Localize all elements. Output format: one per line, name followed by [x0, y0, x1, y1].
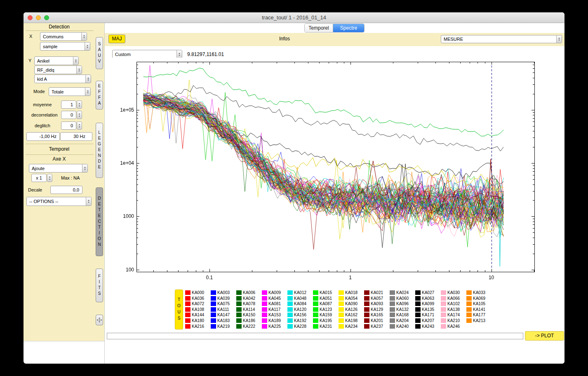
legend-item[interactable]: KA243: [415, 324, 434, 329]
ajoute-select[interactable]: Ajoute: [29, 164, 88, 173]
legend-item[interactable]: KA132: [390, 307, 409, 312]
legend-item[interactable]: KA141: [466, 307, 485, 312]
legend-item[interactable]: KA126: [339, 307, 358, 312]
legend-item[interactable]: KA120: [287, 307, 306, 312]
maj-button[interactable]: MAJ: [108, 35, 125, 43]
legend-item[interactable]: KA018: [339, 290, 358, 295]
legend-item[interactable]: KA060: [390, 296, 409, 301]
legend-item[interactable]: KA075: [211, 301, 230, 306]
legend-item[interactable]: KA048: [287, 296, 306, 301]
legend-item[interactable]: KA153: [262, 312, 281, 318]
deglitch-stepper[interactable]: [77, 121, 82, 130]
legend-item[interactable]: KA207: [415, 318, 434, 323]
legend-item[interactable]: KA021: [364, 290, 383, 295]
legend-item[interactable]: KA087: [313, 301, 332, 306]
legend-item[interactable]: KA204: [390, 318, 409, 323]
legend-item[interactable]: KA159: [313, 312, 332, 318]
tab-temporel[interactable]: Temporel: [305, 24, 333, 32]
legend-item[interactable]: KA009: [262, 290, 281, 295]
y-axis-select[interactable]: Anikel: [34, 56, 79, 65]
tab-sauv[interactable]: SAUV: [96, 37, 103, 69]
deglitch-field[interactable]: 0: [61, 121, 76, 130]
legend-item[interactable]: KA222: [236, 324, 255, 329]
legend-item[interactable]: KA102: [441, 301, 460, 306]
legend-item[interactable]: KA093: [364, 301, 383, 306]
combo-stepper-icon[interactable]: [85, 42, 90, 50]
legend-item[interactable]: KA216: [185, 324, 204, 329]
combo-stepper-icon[interactable]: [73, 57, 78, 65]
tab-legende[interactable]: LEGENDE: [96, 123, 103, 178]
legend-item[interactable]: KA219: [211, 324, 230, 329]
legend-item[interactable]: KA069: [466, 296, 485, 301]
combo-stepper-icon[interactable]: [86, 197, 91, 206]
legend-item[interactable]: KA078: [236, 301, 255, 306]
legend-item[interactable]: KA108: [185, 307, 204, 312]
legend-item[interactable]: KA081: [262, 301, 281, 306]
kid-select[interactable]: kid A: [34, 75, 91, 83]
combo-stepper-icon[interactable]: [85, 88, 90, 96]
moyenne-stepper[interactable]: [77, 100, 82, 109]
options-select[interactable]: -- OPTIONS --: [26, 197, 92, 206]
legend-item[interactable]: KA147: [211, 312, 230, 318]
legend-item[interactable]: KA000: [185, 290, 204, 295]
legend-item[interactable]: KA045: [262, 296, 281, 301]
spectrum-plot[interactable]: [112, 58, 541, 286]
legend-item[interactable]: KA171: [415, 312, 434, 318]
legend-item[interactable]: KA225: [262, 324, 281, 329]
legend-item[interactable]: KA051: [313, 296, 332, 301]
legend-item[interactable]: KA150: [236, 312, 255, 318]
freq-min-field[interactable]: -1,00 Hz: [26, 132, 60, 141]
legend-item[interactable]: KA228: [287, 324, 306, 329]
legend-item[interactable]: KA234: [339, 324, 358, 329]
legend-item[interactable]: KA168: [390, 312, 409, 318]
legend-item[interactable]: KA063: [415, 296, 434, 301]
legend-item[interactable]: KA123: [313, 307, 332, 312]
legend-item[interactable]: KA072: [185, 301, 204, 306]
tab-detection[interactable]: DETECTION: [96, 187, 103, 256]
legend-item[interactable]: KA129: [364, 307, 383, 312]
legend-item[interactable]: KA231: [313, 324, 332, 329]
combo-stepper-icon[interactable]: [82, 164, 87, 172]
decorrelation-field[interactable]: 0: [61, 111, 76, 119]
legend-item[interactable]: KA165: [364, 312, 383, 318]
x-factor-field[interactable]: x 1: [31, 174, 47, 182]
legend-item[interactable]: KA012: [287, 290, 306, 295]
legend-item[interactable]: KA057: [364, 296, 383, 301]
x-factor-stepper[interactable]: [47, 174, 52, 182]
mesure-select[interactable]: MESURE: [441, 35, 562, 43]
freq-max-field[interactable]: 30 Hz: [60, 132, 92, 141]
tab-effa[interactable]: EFFA: [96, 81, 103, 110]
combo-stepper-icon[interactable]: [556, 35, 562, 43]
legend-item[interactable]: KA246: [441, 324, 460, 329]
combo-stepper-icon[interactable]: [176, 50, 182, 58]
legend-item[interactable]: KA192: [287, 318, 306, 323]
legend-item[interactable]: KA039: [211, 296, 230, 301]
legend-item[interactable]: KA054: [339, 296, 358, 301]
plot-button[interactable]: -> PLOT: [525, 331, 564, 341]
legend-item[interactable]: KA201: [364, 318, 383, 323]
legend-item[interactable]: KA084: [287, 301, 306, 306]
legend-item[interactable]: KA183: [211, 318, 230, 323]
legend-item[interactable]: KA096: [390, 301, 409, 306]
legend-item[interactable]: KA237: [364, 324, 383, 329]
legend-item[interactable]: KA036: [185, 296, 204, 301]
command-input[interactable]: [107, 333, 523, 339]
decorrelation-stepper[interactable]: [77, 111, 82, 119]
legend-item[interactable]: KA186: [236, 318, 255, 323]
legend-item[interactable]: KA195: [313, 318, 332, 323]
legend-item[interactable]: KA144: [185, 312, 204, 318]
tab-spectre[interactable]: Spectre: [333, 24, 364, 32]
legend-item[interactable]: KA105: [466, 301, 485, 306]
compass-button[interactable]: [96, 315, 103, 325]
custom-select[interactable]: Custom: [112, 50, 182, 58]
legend-item[interactable]: KA240: [390, 324, 409, 329]
legend-item[interactable]: KA138: [441, 307, 460, 312]
legend-item[interactable]: KA090: [339, 301, 358, 306]
legend-item[interactable]: KA189: [262, 318, 281, 323]
combo-stepper-icon[interactable]: [85, 75, 91, 83]
combo-stepper-icon[interactable]: [76, 66, 82, 74]
legend-item[interactable]: KA003: [211, 290, 230, 295]
legend-item[interactable]: KA213: [466, 318, 485, 323]
legend-item[interactable]: KA177: [466, 312, 485, 318]
legend-item[interactable]: KA210: [441, 318, 460, 323]
